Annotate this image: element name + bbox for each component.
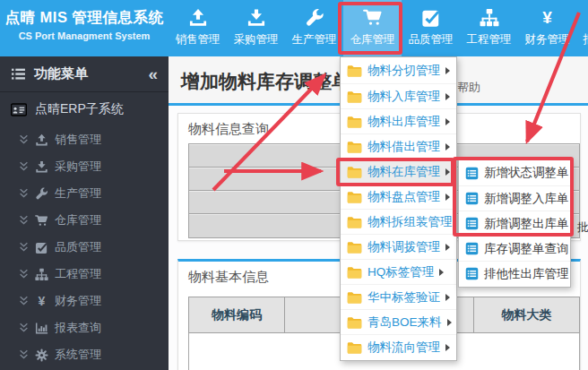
double-chevron-down-icon (19, 215, 29, 226)
top-menu-item[interactable]: 销售管理 (169, 0, 227, 56)
sidebar-menu-item[interactable]: 采购管理 (0, 153, 169, 180)
dropdown-menu-item[interactable]: 物料入库管理 (341, 83, 456, 108)
sidebar-menu-item[interactable]: 报表查询 (0, 314, 169, 341)
submenu-item-label: 新增调整出库单 (484, 216, 569, 232)
submenu-item[interactable]: 库存调整单查询 (459, 236, 570, 261)
yen-icon: ¥ (35, 295, 48, 308)
help-link[interactable]: 帮助 (457, 80, 480, 96)
list-alt-icon (465, 167, 479, 180)
top-menu-item[interactable]: ¥ 财务管理 (518, 0, 576, 56)
top-navbar: 点晴 MIS 管理信息系统 CS Port Managment System 销… (0, 0, 588, 56)
download-icon (35, 160, 48, 174)
top-menu-item[interactable]: 采购管理 (227, 0, 285, 56)
sidebar-item-label: 工程管理 (55, 266, 101, 282)
dropdown-menu-item[interactable]: 物料借出管理 (341, 133, 456, 159)
sidebar-menu-item[interactable]: 工程管理 (0, 261, 169, 288)
sidebar-item-label: 系统管理 (55, 347, 101, 363)
brand[interactable]: 点晴 MIS 管理信息系统 CS Port Managment System (0, 0, 169, 56)
app-window: 点晴 MIS 管理信息系统 CS Port Managment System 销… (0, 0, 588, 370)
stock-submenu: 新增状态调整单 新增调整入库单 新增调整出库单 库存调整单查询 排他性出库管理 (458, 159, 571, 288)
top-menu-item-label: 报表查询 (584, 32, 588, 47)
sidebar-menu-item[interactable]: 系统管理 (0, 341, 169, 368)
dropdown-item-label: 物料调拨管理 (368, 239, 440, 255)
caret-right-icon (445, 143, 450, 151)
submenu-item[interactable]: 新增状态调整单 (459, 160, 570, 185)
caret-right-icon (445, 294, 450, 301)
upload-icon (35, 133, 48, 147)
top-menu-item-label: 品质管理 (409, 32, 454, 47)
submenu-item[interactable]: 排他性出库管理 (459, 261, 570, 286)
folder-icon (347, 216, 362, 228)
column-header-material-code: 物料编码 (189, 297, 285, 333)
folder-icon (347, 241, 362, 254)
double-chevron-down-icon (19, 188, 29, 199)
sidebar-item-label: 仓库管理 (55, 212, 101, 228)
brand-subtitle: CS Port Managment System (0, 30, 169, 41)
sidebar-menu-item[interactable]: 仓库管理 (0, 207, 169, 234)
top-menu-item[interactable]: 报表查询 (576, 0, 588, 56)
top-menu-item-label: 生产管理 (292, 32, 337, 47)
submenu-item-label: 库存调整单查询 (484, 241, 569, 257)
gear-icon (35, 348, 48, 362)
top-menu-item[interactable]: 仓库管理 (343, 0, 402, 56)
folder-icon (347, 116, 362, 128)
sidebar-item-label: 报表查询 (55, 320, 101, 336)
dropdown-menu-item[interactable]: 物料出库管理 (341, 108, 456, 133)
sidebar-item-label: 采购管理 (55, 159, 101, 175)
sidebar-menu-item[interactable]: 品质管理 (0, 234, 169, 261)
check-square-icon (421, 8, 441, 28)
dropdown-menu-item[interactable]: 物料在库管理 (341, 159, 456, 184)
dropdown-menu-item[interactable]: HQ标签管理 (341, 259, 456, 284)
dropdown-menu-item[interactable]: 物料拆组装管理 (341, 209, 456, 234)
menu-list-icon (11, 66, 26, 82)
cart-icon (35, 214, 48, 228)
double-chevron-left-icon[interactable]: « (148, 65, 158, 82)
top-menu-item[interactable]: 生产管理 (285, 0, 343, 56)
caret-right-icon (445, 168, 450, 176)
submenu-item-label: 新增状态调整单 (484, 165, 569, 181)
submenu-item[interactable]: 新增调整入库单 (459, 185, 570, 211)
sidebar-menu-item[interactable]: 销售管理 (0, 126, 169, 153)
dropdown-item-label: 物料拆组装管理 (368, 214, 453, 230)
sidebar-menu-item[interactable]: 生产管理 (0, 180, 169, 207)
sidebar-title: 功能菜单 (34, 65, 148, 82)
folder-icon (347, 166, 362, 178)
sidebar-item-erp-system[interactable]: 点晴ERP子系统 (0, 92, 169, 126)
dropdown-item-label: 物料分切管理 (368, 63, 440, 79)
dropdown-item-label: 华中标签验证 (368, 289, 440, 305)
caret-right-icon (447, 319, 452, 326)
caret-right-icon (445, 344, 450, 351)
dropdown-menu-item[interactable]: 物料盘点管理 (341, 184, 456, 209)
top-menu-item-label: 销售管理 (176, 32, 220, 47)
dropdown-menu-item[interactable]: 物料分切管理 (341, 58, 456, 83)
folder-icon (347, 141, 362, 153)
list-alt-icon (465, 217, 479, 230)
top-menu: 销售管理 采购管理 生产管理 仓库管理 品质管理 工程管理 ¥ 财务管理 报表查… (169, 0, 588, 56)
list-alt-icon (465, 192, 479, 205)
sidebar-menu-item[interactable]: ¥ 财务管理 (0, 288, 169, 314)
top-menu-item[interactable]: 品质管理 (402, 0, 460, 56)
top-menu-item-label: 仓库管理 (350, 32, 395, 47)
sitemap-icon (480, 8, 499, 28)
double-chevron-down-icon (19, 349, 29, 360)
dropdown-item-label: 物料在库管理 (368, 164, 440, 180)
dropdown-menu-item[interactable]: 青岛BOE来料 (341, 309, 456, 334)
warehouse-dropdown-menu: 物料分切管理 物料入库管理 物料出库管理 物料借出管理 物料在库管理 物料盘点管… (340, 56, 457, 361)
folder-icon (347, 90, 362, 103)
caret-right-icon (445, 67, 450, 74)
dropdown-menu-item[interactable]: 物料调拨管理 (341, 234, 456, 259)
dropdown-menu-item[interactable]: 物料流向管理 (341, 334, 456, 359)
submenu-item[interactable]: 新增调整出库单 (459, 211, 570, 236)
sidebar-item-label: 生产管理 (55, 185, 101, 202)
top-menu-item[interactable]: 工程管理 (460, 0, 518, 56)
sidebar-system-label: 点晴ERP子系统 (35, 101, 124, 117)
check-square-icon (35, 241, 48, 254)
double-chevron-down-icon (19, 242, 29, 253)
dropdown-item-label: 青岛BOE来料 (368, 314, 442, 331)
caret-right-icon (439, 269, 444, 276)
dropdown-menu-item[interactable]: 华中标签验证 (341, 284, 456, 309)
batch-number-label: 批号 (577, 219, 588, 236)
dropdown-item-label: 物料流向管理 (368, 340, 440, 356)
dropdown-item-label: HQ标签管理 (368, 264, 434, 280)
top-menu-item-label: 工程管理 (467, 32, 512, 47)
